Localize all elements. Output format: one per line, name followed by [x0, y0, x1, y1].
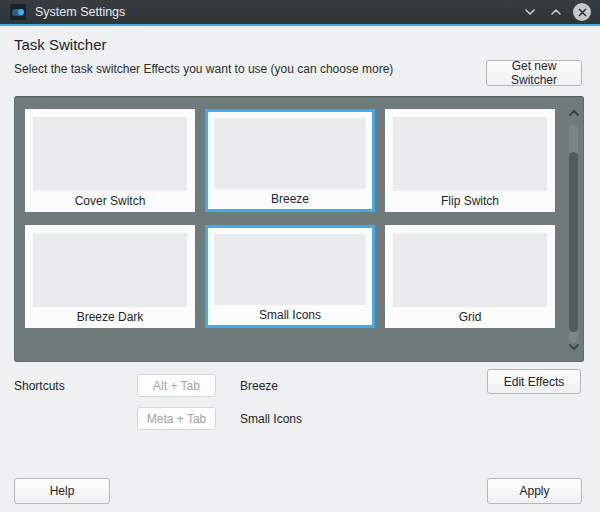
edit-effects-button[interactable]: Edit Effects	[487, 369, 581, 394]
chevron-down-icon	[524, 8, 536, 16]
scroll-down-button[interactable]	[563, 339, 585, 353]
window-title: System Settings	[35, 5, 125, 19]
shortcut-input-primary[interactable]: Alt + Tab	[137, 374, 216, 397]
switcher-card-label: Breeze	[214, 189, 366, 209]
switcher-card-label: Small Icons	[214, 305, 366, 325]
window-controls	[521, 3, 591, 21]
switcher-preview-thumbnail	[393, 117, 547, 191]
scroll-up-button[interactable]	[563, 105, 585, 119]
close-x-icon	[578, 3, 587, 21]
system-settings-icon	[10, 4, 26, 20]
chevron-up-icon	[568, 103, 580, 121]
scrollbar-track[interactable]	[569, 125, 578, 343]
maximize-button[interactable]	[547, 3, 565, 21]
switcher-card-breeze-dark[interactable]: Breeze Dark	[25, 225, 195, 328]
switcher-preview-thumbnail	[214, 234, 366, 305]
get-new-switcher-button[interactable]: Get new Switcher	[486, 60, 582, 86]
shortcut-switcher-name-primary: Breeze	[240, 379, 278, 393]
switcher-preview-thumbnail	[33, 117, 187, 191]
apply-button[interactable]: Apply	[487, 478, 582, 504]
shortcut-input-secondary[interactable]: Meta + Tab	[137, 407, 216, 430]
close-button[interactable]	[573, 3, 591, 21]
switcher-grid-panel: Cover Switch Breeze Flip Switch Breeze D…	[14, 96, 584, 362]
switcher-card-label: Grid	[393, 307, 547, 327]
shortcut-switcher-name-secondary: Small Icons	[240, 412, 302, 426]
toggle-knob-shape	[18, 9, 24, 15]
chevron-up-icon	[550, 8, 562, 16]
switcher-preview-thumbnail	[393, 233, 547, 307]
switcher-card-small-icons[interactable]: Small Icons	[205, 225, 375, 328]
switcher-card-grid[interactable]: Grid	[385, 225, 555, 328]
switcher-preview-thumbnail	[214, 118, 366, 189]
page-subtitle: Select the task switcher Effects you wan…	[14, 62, 393, 76]
switcher-preview-thumbnail	[33, 233, 187, 307]
switcher-card-flip-switch[interactable]: Flip Switch	[385, 109, 555, 212]
switcher-card-label: Breeze Dark	[33, 307, 187, 327]
scrollbar-thumb[interactable]	[569, 152, 578, 332]
chevron-down-icon	[568, 337, 580, 355]
switcher-card-cover-switch[interactable]: Cover Switch	[25, 109, 195, 212]
switcher-card-breeze[interactable]: Breeze	[205, 109, 375, 212]
minimize-button[interactable]	[521, 3, 539, 21]
titlebar: System Settings	[0, 0, 600, 26]
switcher-card-label: Cover Switch	[33, 191, 187, 211]
page-title: Task Switcher	[14, 36, 107, 53]
shortcuts-label: Shortcuts	[14, 379, 65, 393]
help-button[interactable]: Help	[14, 478, 110, 504]
switcher-card-label: Flip Switch	[393, 191, 547, 211]
